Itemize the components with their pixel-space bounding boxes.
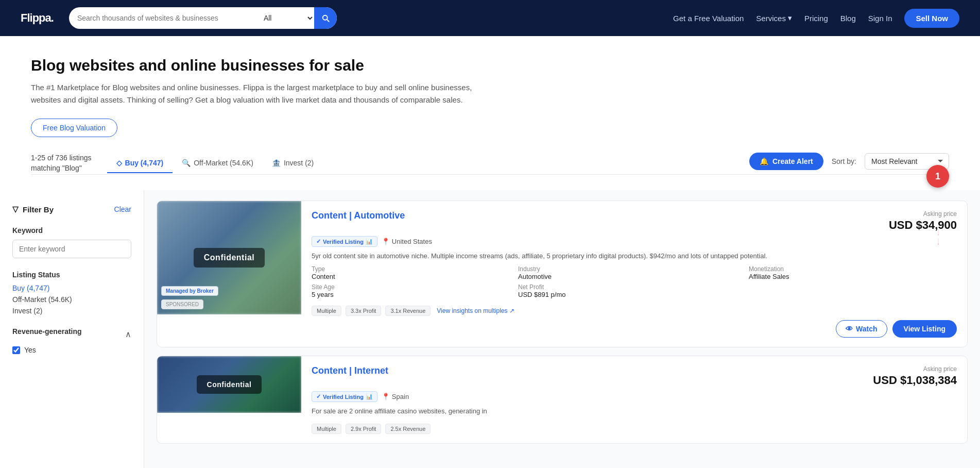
- profit-label: Net Profit: [518, 283, 733, 291]
- hero-section: Blog websites and online businesses for …: [0, 36, 980, 190]
- sponsored-badge: SPONSORED: [161, 299, 203, 309]
- top-nav: Get a Free Valuation Services ▾ Pricing …: [673, 9, 959, 28]
- search-bar: All Websites Businesses: [69, 7, 337, 29]
- industry-value: Automotive: [518, 273, 733, 280]
- sort-label: Sort by:: [832, 157, 856, 165]
- annotation-number: 1: [926, 165, 949, 188]
- location-badge-2: 📍 Spain: [382, 393, 409, 400]
- confidential-label-2: Confidential: [197, 375, 262, 394]
- watch-button[interactable]: 👁 Watch: [836, 320, 887, 338]
- listing-image: Confidential Managed by Broker SPONSORED: [157, 201, 301, 314]
- page-subtitle: The #1 Marketplace for Blog websites and…: [31, 81, 494, 106]
- verified-badge-2: ✓ Verified Listing 📊: [312, 391, 377, 402]
- bell-icon: 🔔: [760, 157, 768, 165]
- nav-services[interactable]: Services ▾: [756, 13, 792, 23]
- age-value: 5 years: [312, 291, 503, 298]
- listing-body-2: Content | Internet Asking price USD $1,0…: [301, 356, 967, 443]
- tab-buy[interactable]: ◇ Buy (4,747): [107, 154, 173, 173]
- listing-badges-2: ✓ Verified Listing 📊 📍 Spain: [312, 391, 957, 402]
- search-input[interactable]: [69, 14, 260, 22]
- multiple-badge-2-revenue: 2.5x Revenue: [385, 424, 431, 434]
- nav-sign-in[interactable]: Sign In: [868, 14, 892, 23]
- multiples-row: Multiple 3.3x Profit 3.1x Revenue View i…: [312, 306, 957, 316]
- chevron-down-icon: ▾: [788, 13, 792, 23]
- monetization-value: Affiliate Sales: [749, 273, 957, 280]
- revenue-label: Revenue-generating: [12, 327, 82, 336]
- tab-offmarket[interactable]: 🔍 Off-Market (54.6K): [173, 154, 263, 173]
- multiple-badge-multiple: Multiple: [312, 306, 341, 316]
- search-category-select[interactable]: All Websites Businesses: [260, 13, 314, 23]
- multiple-badge-profit: 3.3x Profit: [346, 306, 382, 316]
- nav-free-valuation[interactable]: Get a Free Valuation: [673, 14, 744, 23]
- listing-meta-grid: Type Content Industry Automotive Monetiz…: [312, 265, 957, 298]
- tab-invest[interactable]: 🏦 Invest (2): [263, 154, 323, 173]
- asking-price-label: Asking price: [864, 210, 957, 218]
- filter-title: ▽ Filter By: [12, 205, 54, 214]
- search-button[interactable]: [314, 7, 337, 29]
- pin-icon-2: 📍: [382, 393, 390, 400]
- location-badge: 📍 United States: [382, 238, 432, 245]
- logo: Flippa.: [21, 11, 54, 25]
- check-icon-2: ✓: [316, 393, 321, 400]
- revenue-collapse-button[interactable]: ∧: [125, 329, 131, 339]
- keyword-input[interactable]: [12, 240, 131, 258]
- yes-checkbox-row: Yes: [12, 346, 131, 354]
- listing-title-row: Content | Automotive Asking price USD $3…: [312, 210, 957, 232]
- listing-title-row-2: Content | Internet Asking price USD $1,0…: [312, 365, 957, 387]
- view-insights-link[interactable]: View insights on multiples ↗: [437, 307, 514, 314]
- yes-label: Yes: [24, 346, 36, 354]
- sidebar-status-buy[interactable]: Buy (4,747): [12, 284, 131, 292]
- chart-bar-icon: 📊: [366, 238, 373, 245]
- free-blog-valuation-button[interactable]: Free Blog Valuation: [31, 119, 117, 137]
- yes-checkbox[interactable]: [12, 346, 20, 354]
- search-sm-icon: 🔍: [182, 159, 191, 167]
- profit-value: USD $891 p/mo: [518, 291, 733, 298]
- asking-price-value: USD $34,900: [864, 219, 957, 232]
- navbar: Flippa. All Websites Businesses Get a Fr…: [0, 0, 980, 36]
- view-listing-button[interactable]: View Listing: [892, 320, 957, 338]
- tab-actions: 🔔 Create Alert Sort by: Most Relevant As…: [749, 153, 949, 174]
- verified-badge: ✓ Verified Listing 📊: [312, 236, 377, 247]
- chart-icon: 🏦: [272, 159, 281, 167]
- keyword-label: Keyword: [12, 226, 131, 235]
- filter-icon: ▽: [12, 205, 19, 214]
- type-label: Type: [312, 265, 503, 273]
- diamond-icon: ◇: [116, 159, 122, 167]
- age-label: Site Age: [312, 283, 503, 291]
- multiple-badge-revenue: 3.1x Revenue: [385, 306, 431, 316]
- chart-bar-icon-2: 📊: [366, 393, 373, 400]
- sidebar: ▽ Filter By Clear Keyword Listing Status…: [0, 190, 144, 468]
- listing-status-filter: Listing Status Buy (4,747) Off-Market (5…: [12, 271, 131, 315]
- listing-card-2: Confidential Content | Internet Asking p…: [157, 356, 968, 444]
- tab-group: ◇ Buy (4,747) 🔍 Off-Market (54.6K) 🏦 Inv…: [107, 154, 749, 173]
- pin-icon: 📍: [382, 238, 390, 245]
- nav-blog[interactable]: Blog: [840, 14, 856, 23]
- listing-body: Content | Automotive Asking price USD $3…: [301, 201, 967, 347]
- sidebar-status-offmarket: Off-Market (54.6K): [12, 295, 131, 304]
- filter-header: ▽ Filter By Clear: [12, 205, 131, 214]
- listing-description: 5yr old content site in automotive niche…: [312, 251, 957, 261]
- listing-status-label: Listing Status: [12, 271, 131, 279]
- listing-badges: ✓ Verified Listing 📊 📍 United States: [312, 236, 957, 247]
- sell-now-button[interactable]: Sell Now: [904, 9, 959, 28]
- type-value: Content: [312, 273, 503, 280]
- asking-price-label-2: Asking price: [864, 365, 957, 373]
- listing-image-2: Confidential: [157, 356, 301, 413]
- listing-title-2[interactable]: Content | Internet: [312, 365, 388, 376]
- eye-icon: 👁: [846, 325, 853, 333]
- multiple-badge-2-multiple: Multiple: [312, 424, 341, 434]
- multiples-row-2: Multiple 2.9x Profit 2.5x Revenue: [312, 424, 957, 434]
- filter-clear-button[interactable]: Clear: [114, 205, 131, 213]
- industry-label: Industry: [518, 265, 733, 273]
- asking-price-column-2: Asking price USD $1,038,384: [864, 365, 957, 387]
- sidebar-status-invest: Invest (2): [12, 307, 131, 315]
- asking-price-value-2: USD $1,038,384: [864, 374, 957, 387]
- nav-pricing[interactable]: Pricing: [804, 14, 828, 23]
- check-icon: ✓: [316, 238, 321, 245]
- main-layout: ▽ Filter By Clear Keyword Listing Status…: [0, 190, 980, 468]
- tab-row: 1-25 of 736 listings matching "Blog" ◇ B…: [31, 153, 949, 175]
- listing-title[interactable]: Content | Automotive: [312, 210, 405, 221]
- listing-card: Confidential Managed by Broker SPONSORED…: [157, 200, 968, 347]
- create-alert-button[interactable]: 🔔 Create Alert: [749, 153, 823, 170]
- external-link-icon: ↗: [509, 307, 514, 314]
